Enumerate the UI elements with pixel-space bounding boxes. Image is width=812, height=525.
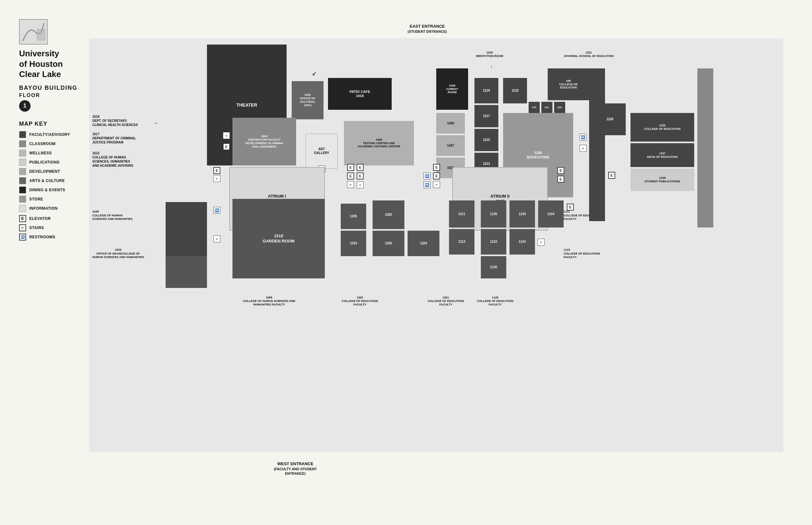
room-225: 225 — [554, 102, 565, 113]
east-entrance-title: EAST ENTRANCE — [408, 24, 447, 29]
key-publications: PUBLICATIONS — [19, 159, 89, 166]
key-label-wellness: WELLNESS — [29, 151, 52, 155]
left-panel: University of Houston Clear Lake BAYOU B… — [19, 19, 89, 243]
stairs-mid: ≡ — [357, 181, 364, 189]
room-1529 — [165, 256, 207, 288]
room-1125-label: 1125COLLEGE OF EDUCATIONFACULTY — [471, 296, 519, 306]
elevator-east-2: E — [433, 172, 440, 179]
key-stairs: ≡ STAIRS — [19, 224, 89, 231]
key-swatch-information — [19, 205, 26, 212]
key-label-information: INFORMATION — [29, 206, 58, 211]
arrow-1220: ↓ — [490, 64, 493, 69]
room-1104: 1104 — [538, 200, 564, 227]
room-1539 — [165, 202, 207, 256]
east-entrance-subtitle: (STUDENT ENTRANCE) — [408, 29, 447, 34]
room-1133: 1133 — [481, 229, 506, 255]
floor-number: 1 — [19, 100, 31, 112]
elevator-atrium2-right-1: E — [557, 167, 564, 174]
key-label-dining: DINING & EVENTS — [29, 188, 65, 192]
elevator-1604: E — [223, 143, 230, 150]
room-1510: 1510GARDEN ROOM — [232, 199, 325, 279]
cafe-arrow: ↙ — [312, 70, 317, 77]
room-1333: 1333 — [341, 231, 366, 256]
key-classroom: CLASSROOM — [19, 140, 89, 147]
room-1508-label: 1508COLLEGE OF HUMAN SCIENCES ANDHUMANIT… — [221, 296, 317, 306]
key-swatch-wellness — [19, 150, 26, 156]
key-label-development: DEVELOPMENT — [29, 169, 60, 174]
stairs-central: ≡ — [347, 181, 354, 188]
stairs-garden-room: ≡ — [213, 236, 220, 242]
room-1326: 1326 — [373, 231, 404, 256]
restrooms-1539: 🚻 — [213, 207, 220, 214]
key-label-elevator: ELEVATOR — [29, 216, 50, 221]
elevator-top-right-2: E — [608, 172, 615, 179]
stairs-icon-bookstore: ≡ — [580, 145, 586, 152]
key-swatch-development — [19, 168, 26, 175]
room-1311: 1311 — [449, 200, 475, 227]
key-label-arts: ARTS & CULTURE — [29, 179, 64, 183]
key-swatch-publications — [19, 159, 26, 166]
room-1235: 1235COLLEGE OF EDUCATION — [630, 113, 694, 141]
room-1430: 1430FORESTROOM — [436, 69, 468, 110]
elevator-central-1: E — [347, 164, 354, 171]
elevator-atrium1-left: E — [213, 167, 220, 174]
key-label-stairs: STAIRS — [29, 226, 44, 230]
map-key-title: MAP KEY — [19, 121, 89, 127]
key-faculty: FACULTY/ADVISORY — [19, 131, 89, 138]
key-label-faculty: FACULTY/ADVISORY — [29, 132, 70, 137]
room-1437: 1437 — [436, 135, 465, 156]
elevator-mid-left-1: E — [357, 164, 364, 171]
key-swatch-classroom — [19, 140, 26, 147]
room-1237: 1237DEAN OF EDUCATION — [630, 143, 694, 167]
room-276: 276 — [528, 102, 540, 113]
room-1618-label: 1618DEPT. OF SECRETARY,CLINICAL HEALTH S… — [92, 115, 138, 127]
room-1231-label: 1231ADVISING, SCHOOL OF EDUCATION — [564, 51, 614, 58]
key-restrooms: 🚻 RESTROOMS — [19, 234, 89, 241]
key-arts: ARTS & CULTURE — [19, 177, 89, 184]
room-1134: 1134 — [509, 200, 535, 227]
room-1617-label: 1617DEPARTMENT OF CRIMINALJUSTICE PROGRA… — [92, 132, 136, 145]
stairs-1124: ≡ — [537, 239, 545, 246]
key-wellness: WELLNESS — [19, 150, 89, 156]
room-1119-label: 1119COLLEGE OF EDUCATIONFACULTY — [564, 248, 600, 259]
room-1313: 1313 — [449, 229, 475, 255]
room-1615-label: 1615COLLEGE OF HUMANSCIENCES, HUMANITIES… — [92, 151, 133, 168]
room-1529-label: 1529OFFICE OF DEAN/COLLEGE OFHUMAN SCIEN… — [92, 248, 144, 259]
room-1539-label: 1539COLLEGE OF HUMANSCIENCES AND HUMANIT… — [92, 210, 132, 221]
university-name: University of Houston Clear Lake — [19, 48, 89, 79]
key-label-publications: PUBLICATIONS — [29, 160, 60, 165]
stairs-icon-theater: ≡ — [223, 132, 230, 139]
university-logo — [19, 19, 48, 45]
restrooms-atrium2b: 🚻 — [423, 181, 431, 189]
key-label-restrooms: RESTROOMS — [29, 235, 55, 239]
room-far-right-top — [589, 69, 605, 221]
key-label-store: STORE — [29, 197, 43, 201]
key-swatch-faculty — [19, 131, 26, 138]
room-1324: 1324 — [408, 231, 439, 256]
elevator-atrium2-right-2: E — [557, 176, 564, 183]
elevator-mid-left-2: E — [357, 172, 364, 179]
room-1325-label: 1325COLLEGE OF EDUCATIONFACULTY — [341, 296, 379, 306]
room-1135: 1135 — [481, 200, 506, 227]
west-entrance-label: WEST ENTRANCE (FACULTY AND STUDENTENTRAN… — [274, 461, 317, 476]
room-1239: 1239STUDENT PUBLICATIONS — [630, 169, 694, 191]
elevator-east-1: E — [433, 164, 440, 171]
room-1302: 1302 — [373, 200, 404, 229]
key-swatch-store — [19, 196, 26, 203]
room-1217: 1217 — [475, 105, 498, 127]
key-information: INFORMATION — [19, 205, 89, 212]
room-1130: 1130 — [481, 256, 506, 279]
stairs-east: ≡ — [433, 181, 440, 188]
arrow-1618: → — [153, 120, 158, 126]
key-label-classroom: CLASSROOM — [29, 141, 56, 146]
map-container: EAST ENTRANCE (STUDENT ENTRANCE) NORTH E… — [89, 19, 793, 512]
key-development: DEVELOPMENT — [19, 168, 89, 175]
elevator-central-2: E — [347, 172, 354, 179]
restrooms-icon-bookstore: 🚻 — [580, 134, 586, 141]
key-elevator: E ELEVATOR — [19, 215, 89, 222]
stairs-icon: ≡ — [19, 224, 26, 231]
building-name: BAYOU BUILDING — [19, 85, 89, 91]
room-1435: 1435 — [436, 113, 465, 134]
room-1408: 1408TESTING CENTER ANDACADEMIC ADVISING … — [344, 121, 414, 165]
room-1219: 1219 — [475, 78, 498, 103]
